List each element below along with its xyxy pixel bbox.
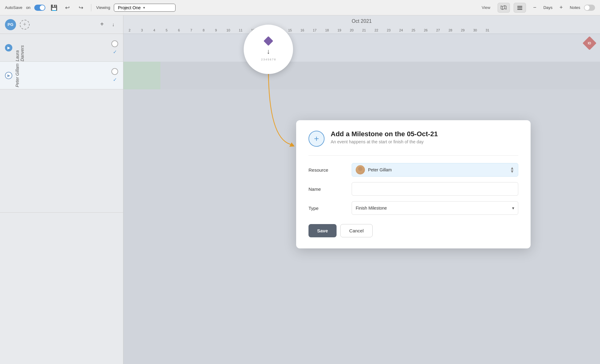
day-strip: 2 3 4 5 6 7 8 [261,58,275,61]
day-15: 15 [284,28,296,32]
dialog-title-area: Add a Milestone on the 05-Oct-21 An even… [331,130,438,144]
day-26: 26 [420,28,432,32]
undo-button[interactable]: ↩ [63,3,72,13]
dialog-title: Add a Milestone on the 05-Oct-21 [331,130,438,138]
name-field [352,182,518,196]
row1-expand-icon[interactable]: ▶ [5,44,12,51]
left-header: PG + + ↓ [0,15,123,34]
milestone-diamond-zoomed [263,36,273,46]
dialog-actions: Save Cancel [308,224,518,237]
autosave-label: AutoSave [5,5,22,10]
project-name: Project One [118,5,141,10]
save-button[interactable]: Save [308,224,337,237]
day-24: 24 [395,28,407,32]
day-10: 10 [222,28,234,32]
dialog-type-row: Type Finish Milestone ▾ [308,201,518,215]
row1-left-icons: ▶ [5,44,12,51]
row2-status-circle [111,68,118,75]
left-row-peter: ▶ Peter Gillam ✓ [0,62,123,89]
day-17: 17 [308,28,321,32]
project-dropdown-arrow: ▾ [143,6,145,10]
day-8: 8 [197,28,210,32]
day-9: 9 [210,28,222,32]
type-select-value: Finish Milestone [356,206,387,211]
diamond-right-shape: IO [582,36,596,50]
resource-select[interactable]: Peter Gillam ▲ ▼ [352,163,518,177]
row1-status-circle [111,40,118,47]
day-3: 3 [136,28,148,32]
add-row-button[interactable]: + [97,19,107,29]
map-view-button[interactable] [498,3,510,13]
row1-right-icons: ✓ [111,40,118,55]
toolbar-right: View − Days + Notes [478,3,595,13]
day-27: 27 [432,28,444,32]
row2-expand-icon[interactable]: ▶ [5,72,12,79]
viewing-label: Viewing [96,5,110,10]
day-20: 20 [346,28,358,32]
main-area: PG + + ↓ ▶ Laura Danvers ✓ ▶ Peter Gil [0,15,600,364]
resource-field: Peter Gillam ▲ ▼ [352,163,518,177]
notes-label: Notes [570,5,580,10]
day-28: 28 [444,28,457,32]
left-row-laura: ▶ Laura Danvers ✓ [0,34,123,62]
notes-toggle[interactable] [584,5,595,11]
autosave-state: on [26,5,30,10]
day-16: 16 [296,28,308,32]
svg-rect-3 [517,7,522,8]
dialog-name-row: Name [308,182,518,196]
dialog-header: + Add a Milestone on the 05-Oct-21 An ev… [308,130,518,147]
day-2: 2 [123,28,136,32]
day-19: 19 [333,28,346,32]
autosave-toggle[interactable] [34,5,45,11]
dialog-resource-row: Resource Peter Gillam ▲ ▼ [308,163,518,177]
resource-select-arrows: ▲ ▼ [510,166,514,173]
day-5: 5 [160,28,173,32]
toolbar: AutoSave on 💾 ↩ ↪ Viewing Project One ▾ … [0,0,600,15]
dialog-subtitle: An event happens at the start or finish … [331,139,438,144]
toolbar-separator [91,4,91,11]
minus-days-button[interactable]: − [530,3,540,13]
day-23: 23 [383,28,395,32]
svg-rect-2 [517,6,522,7]
name-label: Name [308,186,352,192]
day-30: 30 [469,28,481,32]
day-29: 29 [457,28,469,32]
save-icon-button[interactable]: 💾 [49,3,59,13]
dialog-divider [308,155,518,156]
type-select[interactable]: Finish Milestone ▾ [352,201,518,215]
name-input[interactable] [352,182,518,196]
resource-label: Resource [308,167,352,173]
plus-days-button[interactable]: + [556,3,566,13]
row2-check-icon: ✓ [113,77,117,83]
svg-marker-5 [289,142,295,147]
row2-right-icons: ✓ [111,68,118,83]
project-dropdown[interactable]: Project One ▾ [114,4,176,12]
add-milestone-dialog: + Add a Milestone on the 05-Oct-21 An ev… [296,120,531,248]
view-button[interactable]: View [478,4,494,11]
day-6: 6 [173,28,185,32]
row1-check-icon: ✓ [113,49,117,55]
list-view-button[interactable] [514,3,526,13]
type-field: Finish Milestone ▾ [352,201,518,215]
resource-name: Peter Gillam [368,167,507,172]
redo-button[interactable]: ↪ [76,3,86,13]
gantt-row-green-bg [123,62,160,89]
day-31: 31 [481,28,494,32]
day-21: 21 [358,28,370,32]
expand-button[interactable]: ↓ [108,20,118,30]
resource-avatar [356,165,365,174]
gantt-area: Oct 2021 2 3 4 5 6 7 8 9 10 11 12 13 14 … [123,15,600,364]
day-11: 11 [234,28,247,32]
map-icon [501,5,507,10]
list-icon [517,5,523,10]
left-row-empty [0,89,123,213]
day-22: 22 [370,28,383,32]
diamond-right-container: IO [583,36,596,50]
diamond-right-label: IO [588,42,591,45]
arrow-down-icon: ↓ [267,47,270,55]
cancel-button[interactable]: Cancel [340,224,373,237]
plus-right-area: + ↓ [97,19,118,30]
circle-magnify-inner: ↓ 2 3 4 5 6 7 8 [261,38,275,61]
add-resource-button[interactable]: + [20,20,30,30]
day-18: 18 [321,28,333,32]
